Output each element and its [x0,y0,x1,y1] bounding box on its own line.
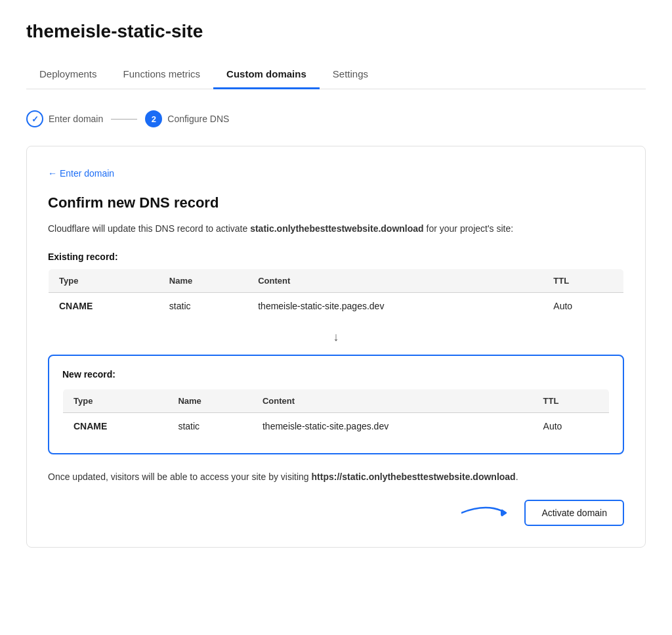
existing-ttl: Auto [543,293,623,320]
existing-record-table: Type Name Content TTL CNAME static theme… [48,269,624,320]
activate-domain-button[interactable]: Activate domain [524,500,624,526]
new-type: CNAME [63,413,168,440]
new-col-ttl: TTL [533,389,610,413]
new-table-row: CNAME static themeisle-static-site.pages… [63,413,610,440]
table-header-row: Type Name Content TTL [49,269,624,293]
existing-content: themeisle-static-site.pages.dev [247,293,543,320]
footer-before: Once updated, visitors will be able to a… [48,471,312,482]
existing-table-row: CNAME static themeisle-static-site.pages… [49,293,624,320]
step-2: 2 Configure DNS [145,110,229,127]
new-col-type: Type [63,389,168,413]
step-2-circle: 2 [145,110,162,127]
arrow-indicator [461,505,514,521]
col-ttl: TTL [543,269,623,293]
existing-name: static [159,293,247,320]
new-table-header-row: Type Name Content TTL [63,389,610,413]
back-link[interactable]: ← Enter domain [48,168,114,179]
new-col-content: Content [252,389,533,413]
new-name: static [167,413,252,440]
tab-nav: Deployments Functions metrics Custom dom… [26,60,646,89]
col-content: Content [247,269,543,293]
footer-text: Once updated, visitors will be able to a… [48,470,624,484]
step-2-label: Configure DNS [167,114,229,124]
existing-record-label: Existing record: [48,252,624,262]
description-before: Cloudflare will update this DNS record t… [48,223,250,234]
col-name: Name [159,269,247,293]
description-after: for your project's site: [424,223,514,234]
step-1-label: Enter domain [49,114,103,124]
step-1-circle: ✓ [26,110,43,127]
main-card: ← Enter domain Confirm new DNS record Cl… [26,146,646,548]
existing-type: CNAME [49,293,159,320]
footer-url: https://static.onlythebesttestwebsite.do… [312,471,516,482]
tab-functions-metrics[interactable]: Functions metrics [110,60,214,89]
new-record-table: Type Name Content TTL CNAME static theme… [62,389,610,440]
card-description: Cloudflare will update this DNS record t… [48,222,624,236]
new-record-wrapper: New record: Type Name Content TTL CNAME … [48,355,624,454]
new-content: themeisle-static-site.pages.dev [252,413,533,440]
arrow-down-indicator: ↓ [48,320,624,355]
stepper: ✓ Enter domain 2 Configure DNS [26,110,646,127]
card-title: Confirm new DNS record [48,194,624,211]
step-connector [111,119,137,120]
tab-deployments[interactable]: Deployments [26,60,110,89]
footer-actions: Activate domain [48,500,624,526]
new-ttl: Auto [533,413,610,440]
footer-after: . [516,471,518,482]
col-type: Type [49,269,159,293]
new-col-name: Name [167,389,252,413]
description-domain: static.onlythebesttestwebsite.download [250,223,424,234]
step-1: ✓ Enter domain [26,110,103,127]
existing-record-table-container: Type Name Content TTL CNAME static theme… [48,269,624,320]
arrow-svg [461,505,514,521]
new-record-label: New record: [62,369,610,380]
page-title: themeisle-static-site [26,21,646,42]
tab-settings[interactable]: Settings [320,60,381,89]
tab-custom-domains[interactable]: Custom domains [213,60,320,89]
